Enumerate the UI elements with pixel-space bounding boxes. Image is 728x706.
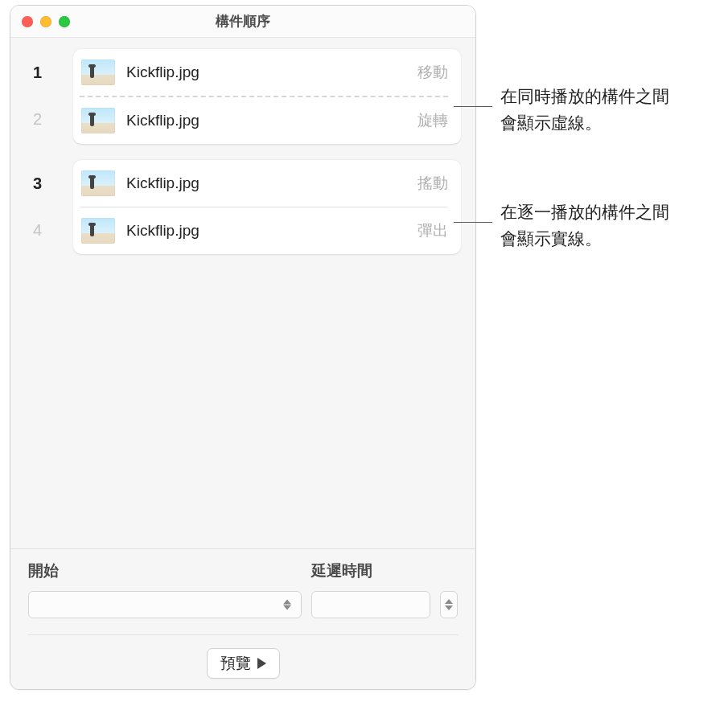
- build-row-item[interactable]: Kickflip.jpg 彈出: [73, 207, 461, 254]
- thumbnail-icon: [81, 108, 115, 133]
- row-filename: Kickflip.jpg: [126, 222, 417, 240]
- delay-label: 延遲時間: [311, 560, 458, 581]
- preview-button[interactable]: 預覽: [207, 648, 280, 679]
- row-index: 2: [30, 96, 73, 142]
- row-filename: Kickflip.jpg: [126, 174, 417, 192]
- row-index: 3: [30, 160, 73, 207]
- row-filename: Kickflip.jpg: [126, 64, 417, 81]
- build-group-simultaneous: Kickflip.jpg 移動 Kickflip.jpg 旋轉: [73, 49, 461, 144]
- row-effect: 旋轉: [417, 110, 448, 131]
- chevron-updown-icon: [283, 600, 296, 610]
- callout-line: [454, 222, 492, 223]
- build-row[interactable]: 3 4 Kickflip.jpg 搖動 Kickflip.jpg 彈出: [30, 160, 461, 270]
- row-index: 4: [30, 207, 73, 253]
- preview-label: 預覽: [220, 653, 251, 674]
- build-row-item[interactable]: Kickflip.jpg 搖動: [73, 160, 461, 207]
- callout-solid: 在逐一播放的構件之間 會顯示實線。: [454, 196, 669, 248]
- build-row[interactable]: 1 2 Kickflip.jpg 移動 Kickflip.jpg 旋轉: [30, 49, 461, 160]
- row-index: 1: [30, 49, 73, 96]
- minimize-icon[interactable]: [40, 16, 51, 27]
- stepper-down-icon[interactable]: [445, 605, 453, 610]
- row-filename: Kickflip.jpg: [126, 112, 417, 129]
- window-title: 構件順序: [10, 12, 475, 31]
- build-list: 1 2 Kickflip.jpg 移動 Kickflip.jpg 旋轉: [10, 38, 475, 548]
- bottom-panel: 開始 延遲時間 預覽: [10, 548, 475, 690]
- divider: [28, 634, 458, 635]
- build-row-item[interactable]: Kickflip.jpg 移動: [73, 49, 461, 96]
- callout-text: 在逐一播放的構件之間 會顯示實線。: [500, 199, 669, 252]
- delay-input[interactable]: [311, 591, 430, 618]
- row-effect: 彈出: [417, 220, 448, 241]
- thumbnail-icon: [81, 60, 115, 85]
- play-icon: [257, 658, 266, 669]
- start-label: 開始: [28, 560, 302, 581]
- row-effect: 搖動: [417, 173, 448, 194]
- build-row-item[interactable]: Kickflip.jpg 旋轉: [73, 97, 461, 144]
- delay-stepper[interactable]: [440, 591, 458, 618]
- start-select[interactable]: [28, 591, 302, 618]
- callout-dashed: 在同時播放的構件之間 會顯示虛線。: [454, 80, 669, 133]
- build-order-window: 構件順序 1 2 Kickflip.jpg 移動 Kickf: [10, 5, 476, 690]
- traffic-lights: [22, 16, 70, 27]
- build-group-sequential: Kickflip.jpg 搖動 Kickflip.jpg 彈出: [73, 160, 461, 254]
- zoom-icon[interactable]: [59, 16, 70, 27]
- thumbnail-icon: [81, 218, 115, 244]
- stepper-up-icon[interactable]: [445, 599, 453, 604]
- thumbnail-icon: [81, 170, 115, 196]
- close-icon[interactable]: [22, 16, 33, 27]
- row-effect: 移動: [417, 62, 448, 83]
- titlebar: 構件順序: [10, 6, 475, 38]
- callout-text: 在同時播放的構件之間 會顯示虛線。: [500, 84, 669, 136]
- callout-line: [454, 106, 492, 107]
